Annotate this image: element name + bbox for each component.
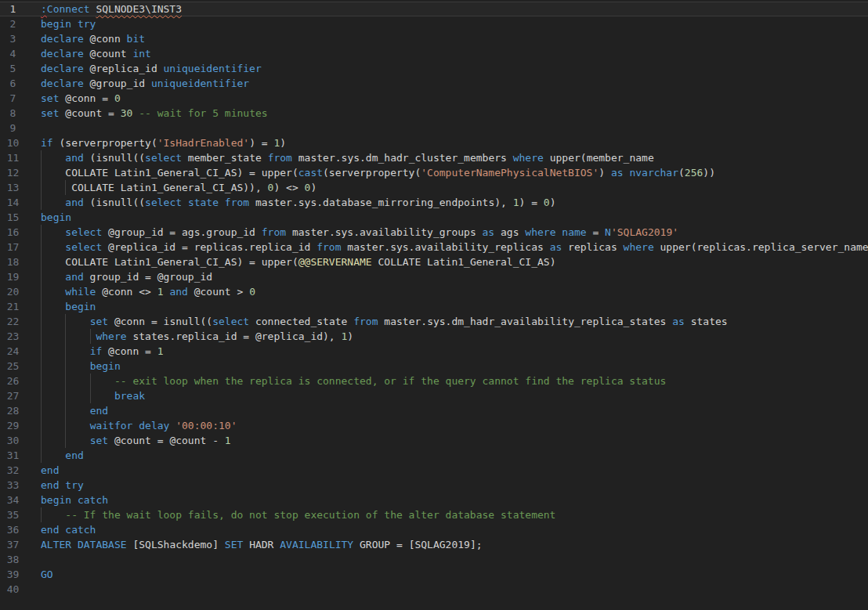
indent-guide: [90, 374, 91, 388]
code-token: DATABASE: [78, 539, 127, 550]
code-line[interactable]: 19 and group_id = @group_id: [0, 269, 868, 284]
indent-guide: [65, 329, 66, 344]
code-line[interactable]: 27 break: [0, 388, 868, 403]
code-line[interactable]: 26 -- exit loop when the replica is conn…: [0, 374, 868, 388]
code-token: @group_id = ags.group_id: [102, 226, 262, 238]
code-line[interactable]: 18 COLLATE Latin1_General_CI_AS) = upper…: [0, 254, 868, 269]
code-text: end: [41, 463, 59, 478]
code-line[interactable]: 38: [0, 552, 868, 567]
code-line[interactable]: 14 and (isnull((select state from master…: [0, 195, 868, 210]
code-token: end: [65, 449, 83, 461]
code-token: COLLATE Latin1_General_CI_AS)),: [71, 182, 267, 193]
code-line[interactable]: 5declare @replica_id uniqueidentifier: [0, 61, 868, 76]
code-line[interactable]: 11 and (isnull((select member_state from…: [0, 150, 868, 165]
code-line[interactable]: 32end: [0, 463, 868, 478]
code-line[interactable]: 22 set @conn = isnull((select connected_…: [0, 314, 868, 329]
code-token: from: [262, 226, 286, 238]
code-line[interactable]: 1:Connect SQLNODE3\INST3: [0, 2, 868, 16]
code-line[interactable]: 9: [0, 121, 868, 135]
code-token: ): [280, 137, 286, 149]
indent-guide: [41, 329, 42, 344]
code-line[interactable]: 21 begin: [0, 299, 868, 314]
code-token: 1: [157, 286, 164, 298]
code-line[interactable]: 28 end: [0, 403, 868, 418]
code-line[interactable]: 15begin: [0, 210, 868, 225]
code-line[interactable]: 36end catch: [0, 522, 868, 537]
code-line[interactable]: 31 end: [0, 448, 868, 463]
line-number: 21: [0, 299, 26, 314]
code-text: waitfor delay '00:00:10': [41, 418, 237, 433]
code-line[interactable]: 24 if @conn = 1: [0, 344, 868, 359]
code-line[interactable]: 6declare @group_id uniqueidentifier: [0, 76, 868, 91]
code-text: COLLATE Latin1_General_CI_AS) = upper(@@…: [41, 254, 555, 269]
code-line[interactable]: 10if (serverproperty('IsHadrEnabled') = …: [0, 135, 868, 150]
code-line[interactable]: 37ALTER DATABASE [SQLShackdemo] SET HADR…: [0, 537, 868, 552]
code-line[interactable]: 40: [0, 582, 868, 597]
line-number: 38: [0, 552, 26, 567]
code-line[interactable]: 30 set @count = @count - 1: [0, 433, 868, 448]
code-token: select: [145, 197, 182, 208]
code-editor[interactable]: 1:Connect SQLNODE3\INST32begin try3decla…: [0, 0, 868, 610]
code-line[interactable]: 7set @conn = 0: [0, 91, 868, 106]
line-number: 29: [0, 418, 26, 433]
code-token: bit: [127, 33, 145, 45]
code-token: -- exit loop when the replica is connect…: [114, 375, 666, 387]
code-token: [71, 18, 78, 30]
code-line[interactable]: 4declare @count int: [0, 46, 868, 61]
code-token: nvarchar: [629, 167, 678, 179]
line-number: 7: [0, 91, 26, 106]
code-line[interactable]: 12 COLLATE Latin1_General_CI_AS) = upper…: [0, 165, 868, 180]
code-token: select: [145, 152, 182, 164]
code-token: 0: [114, 92, 121, 104]
line-number: 18: [0, 254, 26, 269]
code-token: =: [587, 226, 605, 238]
code-token: declare: [41, 78, 84, 89]
code-token: begin: [90, 360, 121, 372]
code-line[interactable]: 20 while @conn <> 1 and @count > 0: [0, 284, 868, 299]
code-token: from: [225, 197, 249, 208]
line-number: 40: [0, 582, 26, 597]
code-text: select @group_id = ags.group_id from mas…: [41, 225, 678, 240]
code-token: @count: [84, 48, 133, 60]
code-token: -- wait for 5 minutes: [139, 107, 267, 119]
line-number: 4: [0, 46, 26, 61]
line-number: 25: [0, 359, 26, 374]
code-line[interactable]: 25 begin: [0, 359, 868, 374]
code-line[interactable]: 23 where states.replica_id = @replica_id…: [0, 329, 868, 344]
code-token: [71, 539, 78, 550]
code-text: break: [41, 388, 145, 403]
code-token: as: [611, 167, 624, 179]
code-line[interactable]: 35 -- If the wait loop fails, do not sto…: [0, 507, 868, 522]
code-token: uniqueidentifier: [151, 78, 249, 89]
code-line[interactable]: 8set @count = 30 -- wait for 5 minutes: [0, 106, 868, 121]
indent-guide: [41, 180, 42, 195]
code-line[interactable]: 16 select @group_id = ags.group_id from …: [0, 225, 868, 240]
code-text: set @conn = 0: [41, 91, 121, 106]
code-line[interactable]: 2begin try: [0, 16, 868, 31]
code-line[interactable]: 3declare @conn bit: [0, 31, 868, 46]
line-number: 39: [0, 567, 26, 582]
indent-guide: [41, 433, 42, 448]
code-token: end: [41, 464, 59, 476]
code-line[interactable]: 17 select @replica_id = replicas.replica…: [0, 240, 868, 254]
code-text: ALTER DATABASE [SQLShackdemo] SET HADR A…: [41, 537, 483, 552]
code-text: begin try: [41, 16, 96, 31]
line-number: 27: [0, 388, 26, 403]
code-token: and: [65, 152, 83, 164]
line-number: 26: [0, 374, 26, 388]
code-token: ) =: [519, 197, 544, 208]
line-number: 8: [0, 106, 26, 121]
code-line[interactable]: 39GO: [0, 567, 868, 582]
code-line[interactable]: 33end try: [0, 478, 868, 493]
code-token: upper(replicas.replica_server_name: [654, 241, 868, 253]
code-text: end catch: [41, 522, 96, 537]
code-token: (: [678, 167, 685, 179]
code-token: 1: [225, 435, 231, 446]
code-line[interactable]: 29 waitfor delay '00:00:10': [0, 418, 868, 433]
line-number: 28: [0, 403, 26, 418]
code-token: [71, 494, 78, 506]
code-line[interactable]: 13 COLLATE Latin1_General_CI_AS)), 0) <>…: [0, 180, 868, 195]
code-token: COLLATE Latin1_General_CI_AS) = upper(: [65, 256, 298, 268]
code-line[interactable]: 34begin catch: [0, 493, 868, 507]
line-number: 36: [0, 522, 26, 537]
